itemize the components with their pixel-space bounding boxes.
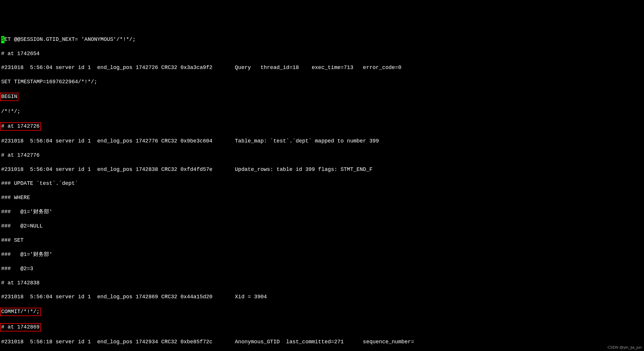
terminal-line: ### @1='财务部' xyxy=(1,251,643,258)
terminal-line: COMMIT/*!*/; xyxy=(1,308,643,316)
terminal-line: # at 1742838 xyxy=(1,280,643,287)
terminal-line: SET TIMESTAMP=1697622964/*!*/; xyxy=(1,78,643,86)
watermark: CSDN @yin_jia_jun xyxy=(608,345,642,350)
terminal-line: ### @1='财务部' xyxy=(1,209,643,216)
terminal-line: /*!*/; xyxy=(1,108,643,115)
terminal-line: ### WHERE xyxy=(1,194,643,201)
line-text: ET @@SESSION.GTID_NEXT= 'ANONYMOUS'/*!*/… xyxy=(4,36,136,42)
terminal-line: # at 1742869 xyxy=(1,323,643,331)
terminal-line: #231018 5:56:04 server id 1 end_log_pos … xyxy=(1,64,643,71)
terminal-line: ### @2=NULL xyxy=(1,223,643,230)
terminal-line: # at 1742776 xyxy=(1,152,643,159)
terminal-output[interactable]: SET @@SESSION.GTID_NEXT= 'ANONYMOUS'/*!*… xyxy=(0,28,644,351)
highlight-box: # at 1742726 xyxy=(0,122,41,131)
terminal-line: #231018 5:56:18 server id 1 end_log_pos … xyxy=(1,339,643,346)
highlight-box: # at 1742869 xyxy=(0,323,41,331)
highlight-box: COMMIT/*!*/; xyxy=(0,308,41,316)
cursor: S xyxy=(1,36,4,43)
terminal-line: # at 1742654 xyxy=(1,50,643,57)
terminal-line: #231018 5:56:04 server id 1 end_log_pos … xyxy=(1,166,643,173)
terminal-line: #231018 5:56:04 server id 1 end_log_pos … xyxy=(1,138,643,145)
terminal-line: # at 1742726 xyxy=(1,122,643,131)
terminal-line: #231018 5:56:04 server id 1 end_log_pos … xyxy=(1,294,643,301)
terminal-line: BEGIN xyxy=(1,93,643,101)
terminal-line: ### SET xyxy=(1,237,643,244)
terminal-line: ### UPDATE `test`.`dept` xyxy=(1,180,643,187)
highlight-box: BEGIN xyxy=(0,93,18,101)
terminal-line: SET @@SESSION.GTID_NEXT= 'ANONYMOUS'/*!*… xyxy=(1,36,643,43)
terminal-line: ### @2=3 xyxy=(1,265,643,273)
